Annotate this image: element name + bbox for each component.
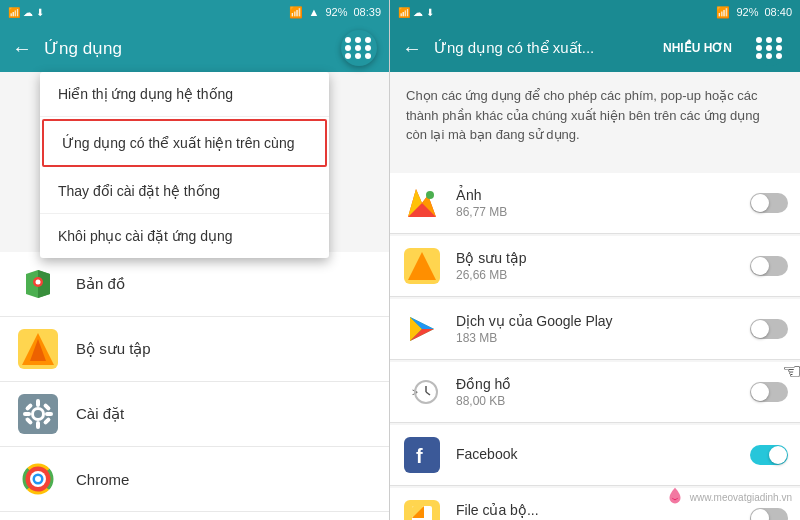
right-toggle-photo[interactable]: [750, 193, 788, 213]
right-app-row-clock[interactable]: > Đồng hồ 88,00 KB: [390, 362, 800, 423]
right-top-bar: ← Ứng dụng có thể xuất... NHIỀU HƠN: [390, 24, 800, 72]
dropdown-item-restore[interactable]: Khôi phục cài đặt ứng dụng: [40, 214, 329, 258]
gallery2-icon: [402, 246, 442, 286]
left-top-bar-title: Ứng dụng: [44, 38, 329, 59]
right-toggle-gplay[interactable]: [750, 319, 788, 339]
dropdown-menu: Hiển thị ứng dụng hệ thống Ứng dụng có t…: [40, 72, 329, 258]
left-back-button[interactable]: ←: [12, 37, 32, 60]
svg-point-36: [426, 191, 434, 199]
left-app-item-gallery[interactable]: Bộ sưu tập: [0, 317, 389, 382]
left-app-item-tts[interactable]: 54.7 Chuyển văn bản thành giọng..: [0, 512, 389, 520]
right-description-text: Chọn các ứng dụng để cho phép các phím, …: [406, 86, 784, 145]
settings-icon: [16, 392, 60, 436]
left-status-right: 📶 ▲ 92% 08:39: [289, 6, 381, 19]
right-toggle-gallery[interactable]: [750, 256, 788, 276]
left-panel: 📶 ☁ ⬇ 📶 ▲ 92% 08:39 ← Ứng dụng Hiển thị …: [0, 0, 390, 520]
left-app-list: Bản đồ Bộ sưu tập: [0, 252, 389, 520]
right-app-name-facebook: Facebook: [456, 446, 750, 462]
svg-point-12: [34, 410, 42, 418]
svg-rect-16: [45, 412, 53, 416]
right-panel: 📶 ☁ ⬇ 📶 92% 08:40 ← Ứng dụng có thể xuất…: [390, 0, 800, 520]
right-app-size-clock: 88,00 KB: [456, 394, 750, 408]
svg-rect-13: [36, 399, 40, 407]
dropdown-item-overlay-apps[interactable]: Ứng dụng có thể xuất hiện trên cùng: [42, 119, 327, 167]
right-status-right: 📶 92% 08:40: [716, 6, 792, 19]
left-app-name-gallery: Bộ sưu tập: [76, 340, 151, 358]
right-more-button[interactable]: NHIỀU HƠN: [663, 41, 732, 55]
right-time: 08:40: [764, 6, 792, 18]
right-app-size-photo: 86,77 MB: [456, 205, 750, 219]
gplay-icon: [402, 309, 442, 349]
fab-dots-icon: [345, 37, 373, 59]
dropdown-item-system-apps[interactable]: Hiển thị ứng dụng hệ thống: [40, 72, 329, 117]
right-signal-icon: 📶: [716, 6, 730, 19]
left-app-name-maps: Bản đồ: [76, 275, 125, 293]
left-fab-button[interactable]: [341, 30, 377, 66]
right-fab-button[interactable]: [752, 30, 788, 66]
right-app-size-gplay: 183 MB: [456, 331, 750, 345]
photo-icon: [402, 183, 442, 223]
right-app-name-gallery: Bộ sưu tập: [456, 250, 750, 266]
clock-icon: >: [402, 372, 442, 412]
watermark-text: www.meovatgiadinh.vn: [690, 492, 792, 503]
left-status-icons: 📶 ☁ ⬇: [8, 7, 44, 18]
right-fab-dots-icon: [756, 37, 784, 59]
right-top-bar-title: Ứng dụng có thể xuất...: [434, 39, 651, 57]
right-app-row-facebook[interactable]: f Facebook: [390, 425, 800, 486]
left-status-bar: 📶 ☁ ⬇ 📶 ▲ 92% 08:39: [0, 0, 389, 24]
right-app-name-photo: Ảnh: [456, 187, 750, 203]
finger-pointer-icon: ☞: [782, 359, 800, 385]
file-icon: [402, 498, 442, 521]
right-app-list: Ảnh 86,77 MB Bộ sưu tập 26,66 MB: [390, 173, 800, 521]
right-app-info-gplay: Dịch vụ của Google Play 183 MB: [456, 313, 750, 345]
left-time: 08:39: [353, 6, 381, 18]
gallery-icon: [16, 327, 60, 371]
svg-text:f: f: [416, 445, 423, 467]
left-app-name-chrome: Chrome: [76, 471, 129, 488]
maps-icon: [16, 262, 60, 306]
right-app-row-gplay[interactable]: Dịch vụ của Google Play 183 MB: [390, 299, 800, 360]
right-toggle-facebook[interactable]: [750, 445, 788, 465]
right-toggle-file[interactable]: [750, 508, 788, 521]
right-status-bar: 📶 ☁ ⬇ 📶 92% 08:40: [390, 0, 800, 24]
left-app-item-settings[interactable]: Cài đặt: [0, 382, 389, 447]
left-wifi-icon: ▲: [309, 6, 320, 18]
right-app-name-gplay: Dịch vụ của Google Play: [456, 313, 750, 329]
right-status-icons: 📶 ☁ ⬇: [398, 7, 434, 18]
dropdown-item-change-settings[interactable]: Thay đổi cài đặt hệ thống: [40, 169, 329, 214]
right-description-area: Chọn các ứng dụng để cho phép các phím, …: [390, 72, 800, 173]
right-app-info-gallery: Bộ sưu tập 26,66 MB: [456, 250, 750, 282]
right-app-size-gallery: 26,66 MB: [456, 268, 750, 282]
facebook-icon: f: [402, 435, 442, 475]
svg-point-4: [36, 280, 41, 285]
left-signal-icon: 📶: [289, 6, 303, 19]
left-battery-text: 92%: [325, 6, 347, 18]
right-back-button[interactable]: ←: [402, 37, 422, 60]
right-app-row-gallery[interactable]: Bộ sưu tập 26,66 MB: [390, 236, 800, 297]
left-top-bar: ← Ứng dụng: [0, 24, 389, 72]
watermark-logo-icon: [664, 486, 686, 508]
svg-rect-14: [36, 421, 40, 429]
right-battery-text: 92%: [736, 6, 758, 18]
right-app-info-photo: Ảnh 86,77 MB: [456, 187, 750, 219]
chrome-icon: [16, 457, 60, 501]
right-app-row-photo[interactable]: Ảnh 86,77 MB: [390, 173, 800, 234]
right-app-info-facebook: Facebook: [456, 446, 750, 464]
right-app-name-clock: Đồng hồ: [456, 376, 750, 392]
left-app-item-chrome[interactable]: Chrome: [0, 447, 389, 512]
svg-rect-40: [404, 374, 440, 410]
watermark: www.meovatgiadinh.vn: [664, 486, 792, 508]
svg-rect-15: [23, 412, 31, 416]
left-app-item-maps[interactable]: Bản đồ: [0, 252, 389, 317]
svg-point-27: [35, 476, 41, 482]
right-app-info-clock: Đồng hồ 88,00 KB: [456, 376, 750, 408]
left-app-name-settings: Cài đặt: [76, 405, 124, 423]
